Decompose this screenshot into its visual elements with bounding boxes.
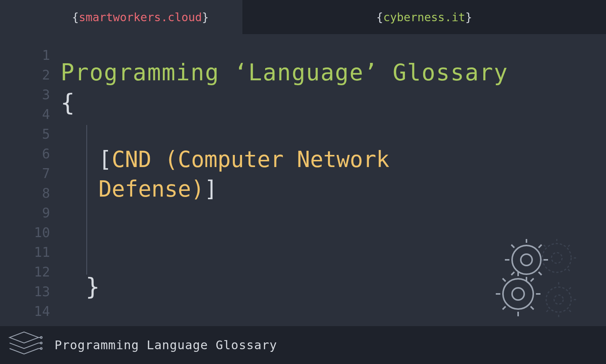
- tab-smartworkers[interactable]: {smartworkers.cloud}: [0, 0, 242, 34]
- svg-line-4: [568, 244, 571, 247]
- line-number: 2: [0, 65, 50, 85]
- line-number: 8: [0, 183, 50, 203]
- svg-line-34: [531, 306, 534, 309]
- line-number: 1: [0, 45, 50, 65]
- svg-line-5: [543, 244, 545, 247]
- code-brace-close: }: [86, 273, 100, 300]
- svg-point-37: [41, 342, 42, 344]
- svg-line-32: [531, 278, 534, 281]
- bracket-open: [: [98, 147, 112, 172]
- svg-line-22: [539, 245, 542, 248]
- layers-icon: [7, 330, 45, 360]
- code-brace-open: {: [61, 89, 606, 116]
- svg-point-15: [512, 245, 541, 274]
- svg-point-25: [503, 279, 533, 309]
- svg-line-12: [569, 287, 572, 289]
- line-number: 10: [0, 223, 50, 242]
- svg-point-0: [542, 244, 571, 272]
- brand-smartworkers: smartworkers.cloud: [79, 11, 202, 24]
- brace-close: }: [202, 11, 209, 24]
- svg-point-1: [551, 253, 562, 263]
- brace-open: {: [376, 11, 383, 24]
- svg-marker-35: [9, 332, 38, 343]
- svg-line-21: [511, 245, 514, 248]
- svg-line-33: [503, 306, 506, 309]
- line-number: 3: [0, 85, 50, 105]
- brand-cyberness: cyberness.it: [383, 11, 465, 24]
- brace-close: }: [465, 11, 472, 24]
- line-number: 12: [0, 262, 50, 282]
- glossary-term: [CND (Computer Network Defense)]: [98, 145, 458, 204]
- svg-point-7: [546, 287, 571, 312]
- line-number: 14: [0, 302, 50, 321]
- svg-line-31: [503, 278, 506, 281]
- line-number: 7: [0, 164, 50, 183]
- footer: Programming Language Glossary: [0, 326, 606, 364]
- term-text: CND (Computer Network Defense): [98, 147, 389, 202]
- svg-line-14: [546, 310, 548, 312]
- svg-point-36: [41, 337, 42, 339]
- svg-point-38: [41, 348, 42, 350]
- svg-line-23: [511, 272, 514, 275]
- footer-text: Programming Language Glossary: [55, 338, 277, 352]
- line-gutter: 1234567891011121314: [0, 45, 61, 322]
- header: {smartworkers.cloud} {cyberness.it}: [0, 0, 606, 34]
- svg-point-16: [521, 254, 532, 266]
- svg-line-24: [539, 272, 542, 275]
- tab-cyberness[interactable]: {cyberness.it}: [242, 0, 606, 34]
- page-title: Programming ‘Language’ Glossary: [61, 59, 606, 86]
- line-number: 4: [0, 105, 50, 124]
- svg-line-13: [569, 310, 572, 312]
- line-number: 13: [0, 282, 50, 302]
- indent-guide: [86, 125, 87, 275]
- line-number: 9: [0, 203, 50, 223]
- bracket-close: ]: [204, 176, 217, 202]
- brace-open: {: [72, 11, 79, 24]
- line-number: 6: [0, 144, 50, 164]
- line-number: 5: [0, 124, 50, 144]
- svg-point-26: [512, 288, 524, 300]
- svg-point-8: [554, 295, 563, 304]
- svg-line-6: [568, 269, 571, 272]
- gears-icon: [492, 239, 579, 319]
- line-number: 11: [0, 242, 50, 262]
